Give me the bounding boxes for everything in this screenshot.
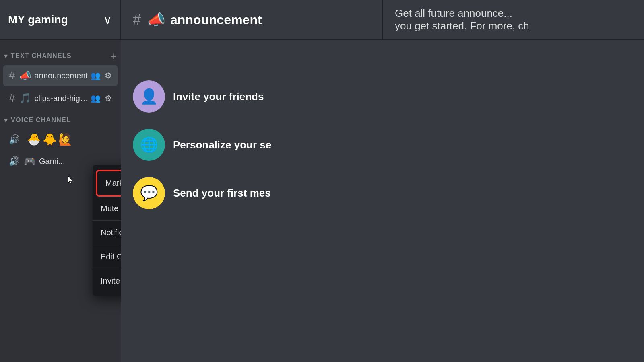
text-channels-section[interactable]: ▾ TEXT CHANNELS +	[0, 44, 121, 64]
mark-as-read-menu-item[interactable]: Mark As Read	[97, 171, 121, 195]
sidebar: ▾ TEXT CHANNELS + # 📣 announcement 👥 ⚙ #…	[0, 40, 121, 362]
add-text-channel-button[interactable]: +	[111, 51, 117, 61]
channel-actions: 👥 ⚙	[91, 71, 112, 80]
context-menu: Mark As Read Mute Channel › Notification…	[93, 165, 121, 296]
settings-clips-button[interactable]: ⚙	[105, 93, 112, 103]
voice-channels-chevron: ▾	[4, 116, 8, 125]
mark-as-read-highlight-box: Mark As Read	[96, 170, 121, 197]
message-icon-circle: 💬	[133, 177, 165, 209]
voice-speaker-icon-2: 🔊	[9, 156, 20, 167]
avatar-2: 🐥	[43, 133, 57, 146]
invite-icon-circle: 👤	[133, 80, 165, 113]
gaming-icon: 🎮	[24, 156, 36, 167]
voice-channel-general[interactable]: 🔊 🐣 🐥 🙋	[3, 129, 118, 150]
add-member-button[interactable]: 👥	[91, 71, 101, 80]
channel-hash-icon: #	[9, 69, 15, 82]
invite-people-menu-item[interactable]: Invite People	[93, 269, 121, 293]
message-text: Send your first mes	[173, 187, 271, 200]
channel-name-header: announcement	[170, 12, 262, 27]
channel-hash-icon: #	[133, 11, 141, 28]
text-channels-chevron: ▾	[4, 51, 8, 60]
invite-icon: 👤	[140, 88, 158, 105]
right-panel: 👤 Invite your friends 🌐 Personalize your…	[121, 40, 644, 362]
server-name-area: MY gaming ∨	[0, 0, 121, 39]
invite-text: Invite your friends	[173, 90, 264, 103]
channel-header-area: # 📣 announcement	[121, 0, 383, 39]
channel-actions-clips: 👥 ⚙	[91, 93, 112, 103]
avatar-1: 🐣	[27, 133, 41, 146]
channel-description-area: Get all future announce... you get start…	[383, 7, 644, 32]
invite-people-label: Invite People	[101, 276, 121, 286]
channel-item-clips[interactable]: # 🎵 clips-and-highli... 👥 ⚙	[3, 88, 118, 109]
voice-channel-avatars: 🐣 🐥 🙋	[27, 133, 72, 146]
personalize-icon-circle: 🌐	[133, 129, 165, 161]
mouse-cursor	[66, 175, 76, 185]
channel-description-text: Get all future announce... you get start…	[395, 7, 529, 32]
channel-clips-icon: 🎵	[19, 93, 31, 104]
channel-hash-icon-clips: #	[9, 92, 15, 105]
tip-cards: 👤 Invite your friends 🌐 Personalize your…	[133, 52, 632, 213]
server-name: MY gaming	[8, 13, 103, 26]
personalize-text: Personalize your se	[173, 139, 271, 151]
edit-channel-menu-item[interactable]: Edit Channel	[93, 245, 121, 269]
voice-channels-label: VOICE CHANNEL	[11, 117, 117, 124]
settings-button[interactable]: ⚙	[105, 71, 112, 80]
voice-channels-section[interactable]: ▾ VOICE CHANNEL	[0, 109, 121, 128]
notification-settings-label: Notification Settings	[101, 228, 121, 237]
channel-item-announcement[interactable]: # 📣 announcement 👥 ⚙	[3, 65, 118, 86]
message-icon: 💬	[140, 185, 158, 202]
edit-channel-label: Edit Channel	[101, 252, 121, 261]
announcement-icon-header: 📣	[147, 11, 165, 28]
tip-card-invite: 👤 Invite your friends	[133, 76, 264, 117]
server-dropdown-icon[interactable]: ∨	[103, 13, 112, 27]
channel-name-clips: clips-and-highli...	[35, 94, 91, 103]
notification-settings-menu-item[interactable]: Notification Settings ›	[93, 221, 121, 245]
mute-channel-menu-item[interactable]: Mute Channel ›	[93, 197, 121, 221]
text-channels-label: TEXT CHANNELS	[11, 52, 111, 60]
avatar-3: 🙋	[58, 133, 72, 146]
main-content: ▾ TEXT CHANNELS + # 📣 announcement 👥 ⚙ #…	[0, 40, 644, 362]
header: MY gaming ∨ # 📣 announcement Get all fut…	[0, 0, 644, 40]
voice-speaker-icon: 🔊	[9, 134, 20, 145]
channel-name-announcement: announcement	[35, 71, 91, 80]
add-member-clips-button[interactable]: 👥	[91, 93, 101, 103]
mute-channel-label: Mute Channel	[101, 204, 121, 213]
mark-as-read-label: Mark As Read	[105, 179, 121, 188]
tip-card-personalize: 🌐 Personalize your se	[133, 125, 271, 165]
tip-card-message: 💬 Send your first mes	[133, 173, 271, 213]
channel-announcement-icon: 📣	[19, 70, 31, 81]
personalize-icon: 🌐	[140, 136, 158, 153]
